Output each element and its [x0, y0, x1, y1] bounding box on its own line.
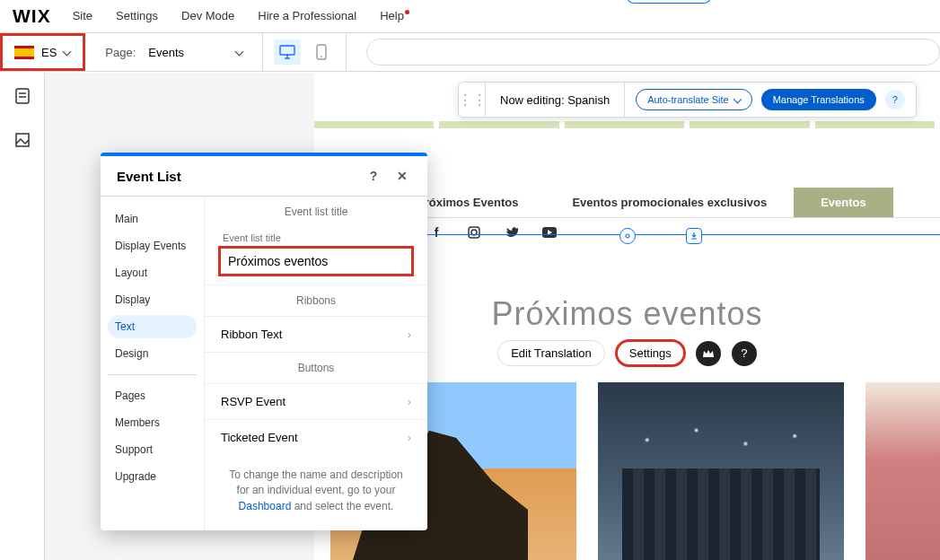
- event-card-3[interactable]: [865, 382, 940, 560]
- chevron-right-icon: ›: [408, 395, 411, 408]
- rail-media-icon[interactable]: [14, 132, 31, 152]
- editing-toolbar[interactable]: ⋮⋮ Now editing: Spanish Auto-translate S…: [458, 82, 917, 118]
- nav-separator: [108, 374, 197, 375]
- panel-close-icon[interactable]: ✕: [393, 169, 411, 183]
- chevron-down-icon: [63, 47, 72, 56]
- auto-translate-button[interactable]: Auto-translate Site: [636, 89, 752, 110]
- language-code: ES: [41, 46, 57, 59]
- group-ribbons: Ribbons: [205, 284, 427, 316]
- chevron-up-icon: ▲: [665, 0, 673, 1]
- nav-pages[interactable]: Pages: [108, 384, 197, 407]
- section-download-handle[interactable]: [686, 228, 702, 244]
- rail-page-icon[interactable]: [14, 87, 31, 109]
- tab-exclusivos[interactable]: Eventos promocionales exclusivos: [545, 188, 794, 217]
- edit-translation-button[interactable]: Edit Translation: [497, 340, 605, 366]
- nav-members[interactable]: Members: [108, 411, 197, 434]
- menu-help[interactable]: Help: [380, 9, 409, 22]
- crown-icon[interactable]: [696, 341, 721, 366]
- group-buttons: Buttons: [205, 352, 427, 383]
- decorative-stripes: [314, 121, 940, 128]
- now-editing-label: Now editing: Spanish: [486, 83, 625, 117]
- panel-title: Event List: [117, 169, 181, 184]
- page-dropdown[interactable]: Events: [148, 46, 242, 59]
- svg-rect-5: [16, 89, 29, 103]
- language-switcher[interactable]: ES: [0, 33, 85, 71]
- nav-main[interactable]: Main: [108, 207, 197, 231]
- row-ribbon-text[interactable]: Ribbon Text›: [205, 316, 427, 352]
- row-label: RSVP Event: [221, 395, 286, 408]
- svg-point-13: [626, 234, 629, 238]
- tab-eventos[interactable]: Eventos: [794, 188, 893, 217]
- menu-devmode[interactable]: Dev Mode: [181, 9, 234, 22]
- nav-layout[interactable]: Layout: [108, 261, 197, 284]
- page-name: Events: [148, 46, 184, 59]
- svg-rect-0: [280, 46, 294, 55]
- menu-hire[interactable]: Hire a Professional: [258, 9, 356, 22]
- row-rsvp[interactable]: RSVP Event›: [205, 383, 427, 419]
- nav-text[interactable]: Text: [108, 315, 197, 338]
- event-card-2[interactable]: [598, 382, 844, 560]
- toolbar-help-icon[interactable]: ?: [885, 90, 905, 109]
- chevron-right-icon: ›: [408, 431, 411, 444]
- row-label: Ticketed Event: [221, 431, 298, 444]
- chevron-down-icon: [235, 47, 244, 56]
- panel-help-icon[interactable]: ?: [365, 169, 382, 183]
- manage-translations-button[interactable]: Manage Translations: [761, 89, 876, 110]
- search-input[interactable]: [366, 39, 940, 66]
- wix-logo[interactable]: WIX: [13, 5, 51, 27]
- chevron-down-icon: [733, 94, 742, 103]
- section-resize-handle[interactable]: [619, 228, 636, 244]
- menu-help-label: Help: [380, 9, 404, 22]
- menu-settings[interactable]: Settings: [116, 9, 158, 22]
- event-list-title-input[interactable]: [219, 247, 413, 276]
- row-label: Ribbon Text: [221, 328, 282, 341]
- mobile-view-button[interactable]: [308, 39, 335, 65]
- nav-upgrade[interactable]: Upgrade: [108, 465, 197, 488]
- group-title: Event list title: [205, 197, 427, 227]
- chevron-right-icon: ›: [408, 328, 411, 341]
- image-icon: [14, 132, 31, 148]
- help-icon[interactable]: ?: [732, 341, 757, 366]
- drag-handle-icon[interactable]: ⋮⋮: [459, 83, 486, 117]
- flag-spain-icon: [14, 46, 34, 59]
- nav-display[interactable]: Display: [108, 288, 197, 311]
- event-list-settings-panel: Event List ? ✕ Main Display Events Layou…: [101, 153, 427, 530]
- nav-support[interactable]: Support: [108, 438, 197, 461]
- settings-button[interactable]: Settings: [616, 340, 685, 366]
- nav-design[interactable]: Design: [108, 342, 197, 365]
- svg-point-4: [321, 56, 322, 57]
- mobile-icon: [316, 44, 327, 60]
- collapsed-top-drawer[interactable]: ▲: [627, 0, 711, 4]
- footer-note: To change the name and description for a…: [205, 455, 427, 530]
- field-label-title: Event list title: [205, 227, 427, 247]
- document-icon: [14, 87, 31, 105]
- notification-dot-icon: [405, 10, 409, 14]
- menu-site[interactable]: Site: [73, 9, 92, 22]
- desktop-view-button[interactable]: [274, 39, 301, 65]
- desktop-icon: [279, 45, 295, 59]
- row-ticketed[interactable]: Ticketed Event›: [205, 419, 427, 455]
- nav-display-events[interactable]: Display Events: [108, 234, 197, 258]
- dashboard-link[interactable]: Dashboard: [239, 500, 292, 512]
- page-label: Page:: [105, 46, 136, 59]
